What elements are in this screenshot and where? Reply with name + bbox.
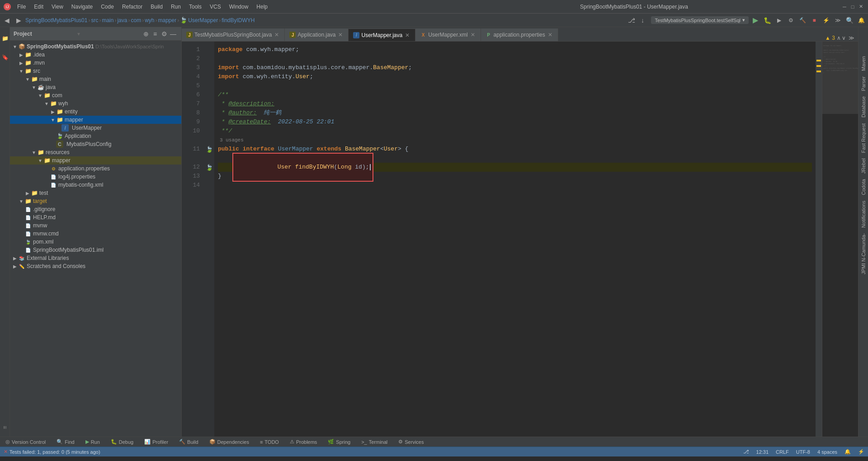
tab-scroll-down[interactable]: ∨ — [842, 35, 846, 41]
build-button[interactable]: 🔨 — [797, 15, 807, 25]
tree-item-resources[interactable]: ▼ 📁 resources — [10, 148, 181, 156]
bottom-tool-todo[interactable]: ≡ TODO — [258, 439, 281, 445]
tree-item-root[interactable]: ▼ 📦 SpringBootMybatisPlus01 D:\Tools\Jav… — [10, 42, 181, 51]
update-icon[interactable]: ↓ — [637, 15, 647, 25]
menu-run[interactable]: Run — [167, 3, 184, 11]
breadcrumb-project[interactable]: SpringBootMybatisPlus01 — [25, 17, 87, 24]
breadcrumb-com[interactable]: com — [131, 17, 141, 24]
right-panel-parser[interactable]: Parser — [860, 75, 867, 93]
tree-item-log4j[interactable]: 📄 log4j.properties — [10, 173, 181, 181]
tree-item-src[interactable]: ▼ 📁 src — [10, 67, 181, 75]
menu-edit[interactable]: Edit — [30, 3, 47, 11]
project-expand-button[interactable]: ⊕ — [142, 29, 151, 38]
right-panel-codota[interactable]: Codota — [860, 177, 867, 197]
search-everywhere-button[interactable]: 🔍 — [844, 15, 854, 25]
menu-refactor[interactable]: Refactor — [118, 3, 146, 11]
tab-close-test[interactable]: ✕ — [274, 32, 280, 38]
breadcrumb-class[interactable]: UserMapper — [188, 17, 218, 24]
maximize-button[interactable]: □ — [849, 3, 856, 10]
status-git[interactable]: ⎇ — [743, 449, 749, 455]
tab-testmybatis[interactable]: J TestMybatisPlusSpringBoot.java ✕ — [182, 28, 285, 41]
menu-help[interactable]: Help — [253, 3, 271, 11]
stop-button[interactable]: ■ — [809, 15, 819, 25]
status-line-col[interactable]: 12:31 — [756, 449, 769, 455]
project-settings-button[interactable]: ⚙ — [160, 29, 169, 38]
status-charset[interactable]: UTF-8 — [796, 449, 810, 455]
tab-close-app[interactable]: ✕ — [337, 32, 344, 38]
tree-item-wyh[interactable]: ▼ 📁 wyh — [10, 99, 181, 108]
tree-item-application[interactable]: 🍃 Application — [10, 132, 181, 140]
run-button[interactable]: ▶ — [750, 15, 760, 25]
tree-item-appprops[interactable]: ⚙ application.properties — [10, 165, 181, 173]
project-dropdown-icon[interactable]: ▾ — [77, 31, 80, 37]
status-crlf[interactable]: CRLF — [776, 449, 789, 455]
bottom-tool-services[interactable]: ⚙ Services — [396, 439, 425, 445]
tree-item-mybatisconfig[interactable]: 📄 mybatis-config.xml — [10, 181, 181, 189]
menu-code[interactable]: Code — [97, 3, 118, 11]
breadcrumb-wyh[interactable]: wyh — [145, 17, 154, 24]
tree-item-mvn[interactable]: ▶ 📁 .mvn — [10, 59, 181, 67]
close-button[interactable]: ✕ — [857, 3, 864, 10]
project-tree[interactable]: ▼ 📦 SpringBootMybatisPlus01 D:\Tools\Jav… — [10, 41, 181, 437]
more-actions-button[interactable]: ≫ — [833, 15, 843, 25]
tree-item-pomxml[interactable]: 🍃 pom.xml — [10, 238, 181, 246]
bottom-tool-dependencies[interactable]: 📦 Dependencies — [208, 439, 251, 445]
minimize-button[interactable]: ─ — [841, 3, 848, 10]
bottom-tool-problems[interactable]: ⚠ Problems — [288, 439, 319, 445]
coverage-button[interactable]: ▶ — [774, 15, 784, 25]
tree-item-entity[interactable]: ▶ 📁 entity — [10, 108, 181, 116]
menu-tools[interactable]: Tools — [185, 3, 205, 11]
settings-button[interactable]: ⚙ — [786, 15, 796, 25]
tab-close-props[interactable]: ✕ — [547, 32, 553, 38]
tree-item-mybatisplusconfig[interactable]: C MybatisPlusConfig — [10, 140, 181, 148]
bottom-tool-run[interactable]: ▶ Run — [84, 439, 102, 445]
tree-item-test[interactable]: ▶ 📁 test — [10, 189, 181, 197]
notifications-button[interactable]: 🔔 — [856, 15, 866, 25]
tree-item-java[interactable]: ▼ ☕ java — [10, 83, 181, 91]
nav-forward-button[interactable]: ▶ — [14, 15, 24, 25]
structure-icon[interactable]: ≡ — [0, 419, 9, 437]
right-panel-jrebel[interactable]: JRebel — [860, 156, 867, 175]
menu-view[interactable]: View — [48, 3, 67, 11]
tree-item-com[interactable]: ▼ 📁 com — [10, 91, 181, 99]
tree-item-resources-mapper[interactable]: ▼ 📁 mapper — [10, 156, 181, 165]
nav-back-button[interactable]: ◀ — [2, 15, 12, 25]
menu-build[interactable]: Build — [147, 3, 166, 11]
menu-window[interactable]: Window — [226, 3, 252, 11]
tab-more-button[interactable]: ≫ — [849, 35, 854, 41]
status-notifications-icon[interactable]: 🔔 — [844, 449, 851, 455]
menu-file[interactable]: File — [14, 3, 29, 11]
code-editor[interactable]: package com.wyh.mapper; import com.baomi… — [214, 42, 816, 437]
status-test-results[interactable]: ✕ Tests failed: 1, passed: 0 (5 minutes … — [4, 449, 100, 455]
breadcrumb-src[interactable]: src — [91, 17, 98, 24]
right-panel-maven[interactable]: Maven — [860, 54, 867, 73]
tree-item-scratches[interactable]: ▶ ✏️ Scratches and Consoles — [10, 262, 181, 270]
project-hide-button[interactable]: — — [169, 29, 178, 38]
tab-scroll-up[interactable]: ∧ — [837, 35, 841, 41]
bottom-tool-debug[interactable]: 🐛 Debug — [109, 439, 135, 445]
tree-item-main[interactable]: ▼ 📁 main — [10, 75, 181, 83]
status-indent[interactable]: 4 spaces — [817, 449, 837, 455]
project-collapse-button[interactable]: ≡ — [151, 29, 160, 38]
bottom-tool-build[interactable]: 🔨 Build — [177, 439, 200, 445]
bottom-tool-versioncontrol[interactable]: ◎ Version Control — [4, 439, 47, 445]
tree-item-usermapper[interactable]: I UserMapper — [10, 124, 181, 132]
menu-navigate[interactable]: Navigate — [68, 3, 96, 11]
right-panel-notifications[interactable]: Notifications — [860, 199, 867, 230]
tree-item-idea[interactable]: ▶ 📁 .idea — [10, 51, 181, 59]
power-save-button[interactable]: ⚡ — [821, 15, 831, 25]
tab-usermapper[interactable]: I UserMapper.java ✕ — [349, 28, 415, 41]
tree-item-iml[interactable]: 📄 SpringBootMybatisPlus01.iml — [10, 246, 181, 254]
tab-usermapperxml[interactable]: X UserMapper.xml ✕ — [415, 28, 481, 41]
tab-application[interactable]: J Application.java ✕ — [285, 28, 349, 41]
bottom-tool-profiler[interactable]: 📊 Profiler — [142, 439, 170, 445]
breadcrumb-java[interactable]: java — [117, 17, 127, 24]
right-panel-fastrequest[interactable]: Fast Request — [860, 122, 867, 155]
project-icon[interactable]: 📁 — [0, 29, 9, 47]
tree-item-target[interactable]: ▼ 📁 target — [10, 197, 181, 205]
tree-item-mvnw[interactable]: 📄 mvnw — [10, 221, 181, 230]
bottom-tool-find[interactable]: 🔍 Find — [55, 439, 76, 445]
right-panel-jpmin[interactable]: JPMI N-Camunda- — [860, 231, 867, 276]
bottom-tool-terminal[interactable]: >_ Terminal — [359, 439, 389, 445]
run-config-selector[interactable]: TestMybatisPlusSpringBoot.testSelfSql ▾ — [651, 16, 749, 24]
